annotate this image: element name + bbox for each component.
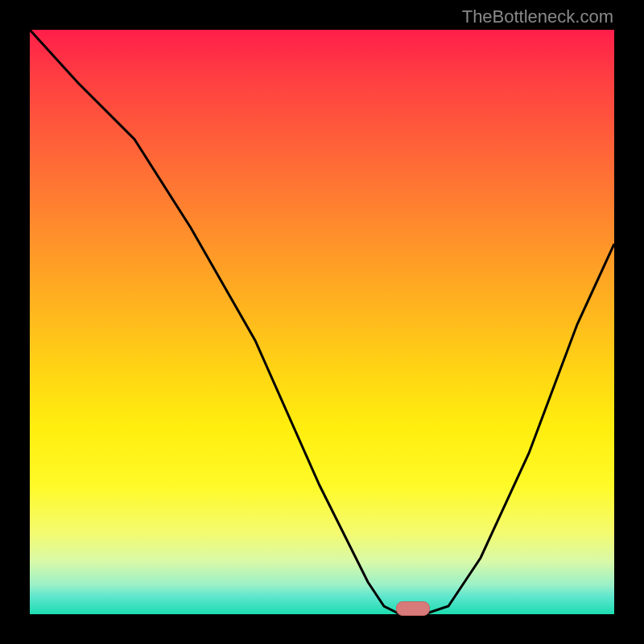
optimal-marker (396, 601, 430, 616)
bottleneck-curve-line (30, 30, 614, 614)
watermark-text: TheBottleneck.com (462, 6, 613, 27)
chart-gradient-area (30, 30, 614, 614)
